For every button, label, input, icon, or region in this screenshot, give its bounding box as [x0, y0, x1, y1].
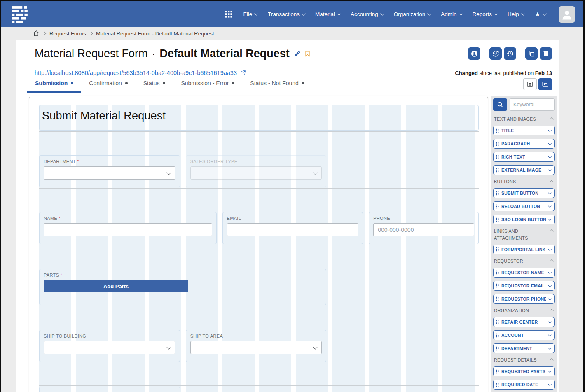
delete-trash-button[interactable] [540, 47, 552, 60]
drag-handle-icon[interactable] [496, 204, 499, 209]
palette-section-text-and-images[interactable]: TEXT AND IMAGES [494, 116, 554, 122]
palette-search-button[interactable] [493, 98, 507, 111]
publish-sync-button[interactable] [489, 47, 502, 60]
tab-submission-error[interactable]: Submission - Error [173, 80, 242, 93]
palette-item-external-image[interactable]: EXTERNAL IMAGE [493, 165, 555, 175]
menu-label-help: Help [508, 11, 519, 17]
field-block-ship-to-area[interactable]: SHIP TO AREA [186, 330, 327, 362]
apps-grid-icon[interactable] [225, 11, 232, 18]
drag-handle-icon[interactable] [496, 128, 499, 133]
palette-item-requested-parts[interactable]: REQUESTED PARTS [493, 366, 555, 376]
palette-item-paragraph[interactable]: PARAGRAPH [493, 139, 555, 149]
canvas-spacer-row[interactable] [39, 364, 479, 385]
drag-handle-icon[interactable] [496, 346, 499, 351]
email-input[interactable] [227, 223, 359, 236]
tab-status[interactable]: Status [136, 80, 173, 93]
menu-item-transactions[interactable]: Transactions [268, 11, 304, 17]
chevron-down-icon [548, 204, 551, 208]
palette-item-account[interactable]: ACCOUNT [493, 330, 555, 340]
drag-handle-icon[interactable] [496, 270, 499, 275]
chevron-up-icon [550, 358, 554, 362]
drag-handle-icon[interactable] [496, 320, 499, 324]
chevron-down-icon [548, 333, 551, 336]
department-select[interactable] [44, 166, 176, 180]
menu-item-admin[interactable]: Admin [441, 11, 461, 17]
canvas-spacer-row[interactable] [39, 133, 479, 153]
add-parts-button[interactable]: Add Parts [44, 280, 188, 292]
canvas-spacer-row[interactable] [39, 246, 479, 267]
tab-confirmation[interactable]: Confirmation [81, 80, 135, 93]
palette-item-form-portal-link[interactable]: FORM/PORTAL LINK [493, 245, 555, 254]
bookmark-icon[interactable] [304, 50, 311, 57]
drag-handle-icon[interactable] [496, 283, 499, 288]
field-block-ship-to-building[interactable]: SHIP TO BUILDING [39, 330, 180, 362]
name-input[interactable] [44, 223, 212, 236]
user-avatar[interactable] [559, 6, 575, 23]
palette-search-input[interactable] [510, 98, 555, 111]
drag-handle-icon[interactable] [496, 333, 499, 338]
preview-toggle-button[interactable] [523, 78, 537, 90]
palette-item-requestor-phone[interactable]: REQUESTOR PHONE [493, 294, 555, 304]
edit-pencil-icon[interactable] [294, 50, 301, 57]
breadcrumb-item-current[interactable]: Material Request Form - Default Material… [96, 30, 214, 37]
menu-item-reports[interactable]: Reports [473, 11, 497, 17]
palette-item-rich-text[interactable]: RICH TEXT [493, 152, 555, 162]
palette-item-department[interactable]: DEPARTMENT [493, 343, 555, 353]
palette-section-buttons[interactable]: BUTTONS [494, 178, 554, 185]
menu-item-accounting[interactable]: Accounting [351, 11, 383, 17]
permissions-button[interactable] [468, 47, 480, 60]
palette-section-links-and-attachments[interactable]: LINKS AND ATTACHMENTS [494, 228, 554, 241]
drag-handle-icon[interactable] [496, 369, 499, 374]
palette-section-requestor[interactable]: REQUESTOR [494, 258, 554, 264]
home-icon[interactable] [33, 30, 40, 37]
palette-item-requestor-email[interactable]: REQUESTOR EMAIL [493, 281, 555, 291]
palette-section-request-details[interactable]: REQUEST DETAILS [494, 357, 554, 363]
palette-item-reload-button[interactable]: RELOAD BUTTON [493, 201, 555, 211]
ship-to-building-select[interactable] [44, 341, 176, 354]
drag-handle-icon[interactable] [496, 383, 499, 387]
phone-input[interactable] [373, 223, 474, 236]
form-title-block[interactable]: Submit Material Request [39, 105, 479, 131]
field-block-department[interactable]: DEPARTMENT* [39, 155, 180, 187]
breadcrumb-item-request-forms[interactable]: Request Forms [49, 30, 86, 37]
menu-item-organization[interactable]: Organization [394, 11, 431, 17]
drag-handle-icon[interactable] [496, 247, 499, 252]
menu-item-help[interactable]: Help [508, 11, 524, 17]
field-block-email[interactable]: EMAIL [222, 212, 363, 244]
ship-to-area-select[interactable] [190, 341, 322, 354]
history-button[interactable] [504, 47, 516, 60]
title-separator: · [152, 47, 156, 60]
palette-item-title[interactable]: TITLE [493, 126, 555, 135]
canvas-spacer-row[interactable] [39, 189, 479, 210]
field-block-sales-order-type[interactable]: SALES ORDER TYPE [186, 155, 327, 187]
tab-status-not-found[interactable]: Status - Not Found [242, 80, 312, 93]
form-title-text: Submit Material Request [42, 110, 474, 122]
palette-item-repair-center[interactable]: REPAIR CENTER [493, 317, 555, 327]
drag-handle-icon[interactable] [496, 296, 499, 301]
palette-section-organization[interactable]: ORGANIZATION [494, 307, 554, 314]
canvas-spacer-row[interactable] [39, 307, 479, 328]
drag-handle-icon[interactable] [496, 168, 499, 173]
field-block-phone[interactable]: PHONE [369, 212, 479, 244]
favorites-star-menu[interactable]: ★ [535, 11, 545, 18]
app-logo-icon[interactable] [12, 6, 29, 23]
field-block-parts[interactable]: PARTS* Add Parts [39, 269, 326, 305]
form-url-link[interactable]: http://localhost:8080/app/request/563b35… [35, 70, 246, 76]
drag-handle-icon[interactable] [496, 155, 499, 159]
field-block-name[interactable]: NAME* [39, 212, 217, 244]
drag-handle-icon[interactable] [496, 191, 499, 196]
submit-button-block[interactable] [39, 387, 180, 392]
editor-toggle-button[interactable] [538, 78, 552, 90]
palette-item-required-date[interactable]: REQUIRED DATE [493, 380, 555, 390]
menu-item-material[interactable]: Material [315, 11, 340, 17]
palette-item-submit-button[interactable]: SUBMIT BUTTON [493, 188, 555, 198]
menu-item-file[interactable]: File [243, 11, 257, 17]
palette-item-requestor-name[interactable]: REQUESTOR NAME [493, 268, 555, 278]
drag-handle-icon[interactable] [496, 217, 499, 222]
drag-handle-icon[interactable] [496, 142, 499, 146]
tab-submission[interactable]: Submission [27, 80, 81, 93]
duplicate-button[interactable] [525, 47, 538, 60]
chevron-down-icon [459, 12, 463, 16]
palette-item-sso-login-button[interactable]: SSO LOGIN BUTTON [493, 215, 555, 224]
main-panel: Material Request Form · Default Material… [16, 40, 559, 392]
